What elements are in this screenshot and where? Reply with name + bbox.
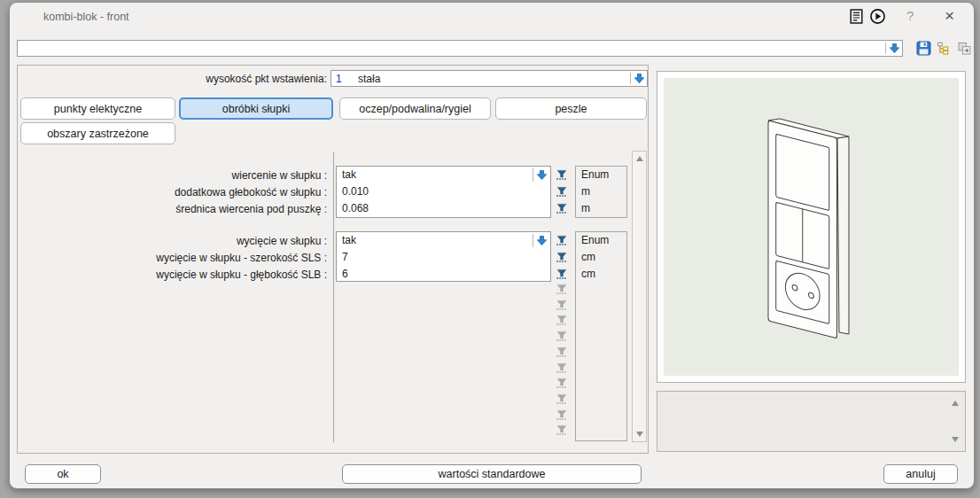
- scroll-up-icon[interactable]: [633, 152, 646, 166]
- formula-funnel-icon-disabled: [556, 330, 568, 342]
- tab-obrobki-slupki[interactable]: obróbki słupki: [179, 97, 333, 120]
- ok-button[interactable]: ok: [25, 464, 101, 484]
- field-unit: Enum: [576, 232, 626, 249]
- cancel-button[interactable]: anuluj: [883, 464, 958, 484]
- formula-funnel-icon-disabled: [556, 362, 568, 374]
- reference-input-wrap: [17, 40, 903, 57]
- scroll-down-icon[interactable]: [948, 432, 961, 447]
- run-icon[interactable]: [869, 8, 886, 25]
- scroll-up-icon[interactable]: [948, 396, 961, 410]
- save-icon[interactable]: [916, 41, 931, 56]
- insertion-height-select[interactable]: 1 stała: [331, 70, 648, 87]
- transfer-icon[interactable]: [957, 41, 972, 56]
- formula-funnel-icon-disabled: [556, 346, 568, 358]
- field-label: wycięcie w słupku :: [61, 233, 327, 250]
- formula-funnel-icon-disabled: [556, 299, 568, 311]
- dropdown-icon[interactable]: [634, 73, 645, 84]
- formula-funnel-icon[interactable]: [556, 268, 568, 280]
- dialog-window: kombi-blok - front ? × wysokość pkt wsta…: [9, 2, 975, 489]
- reference-input[interactable]: [18, 41, 889, 56]
- group2-values: tak 7 6: [336, 231, 551, 282]
- insertion-height-value: stała: [358, 73, 380, 85]
- insertion-height-index: 1: [336, 73, 342, 85]
- field-label: wycięcie w słupku - szerokość SLS :: [61, 250, 327, 267]
- standard-values-button[interactable]: wartości standardowe: [342, 464, 642, 484]
- field-value-srednica[interactable]: 0.068: [337, 200, 550, 217]
- field-label: wycięcie w słupku - głębokość SLB :: [61, 267, 327, 284]
- tab-peszle[interactable]: peszle: [495, 97, 647, 120]
- group1-units: Enum m m: [575, 166, 627, 218]
- field-value-szerokosc-sls[interactable]: 7: [337, 249, 550, 266]
- field-value-wyciecie[interactable]: tak: [337, 232, 550, 249]
- dropdown-icon[interactable]: [536, 169, 548, 181]
- group1-values: tak 0.010 0.068: [336, 166, 551, 218]
- field-value-text: 0.010: [342, 185, 369, 198]
- divider: [333, 152, 334, 442]
- field-unit: cm: [576, 266, 626, 283]
- divider: [630, 73, 631, 84]
- insertion-height-label: wysokość pkt wstawienia:: [148, 73, 327, 85]
- field-unit: cm: [576, 249, 626, 266]
- tab-obszary-zastrzezone[interactable]: obszary zastrzeżone: [20, 122, 175, 144]
- field-value-text: 6: [342, 268, 348, 280]
- combi-block-drawing: [664, 78, 959, 376]
- formula-funnel-icon-disabled: [556, 409, 568, 421]
- window-title: kombi-blok - front: [43, 11, 129, 23]
- formula-funnel-icon[interactable]: [556, 168, 568, 181]
- divider: [885, 43, 886, 54]
- field-value-text: 7: [342, 251, 348, 263]
- field-label: wiercenie w słupku :: [61, 167, 327, 184]
- field-value-wiercenie[interactable]: tak: [337, 167, 550, 183]
- scroll-down-icon[interactable]: [633, 427, 646, 441]
- help-icon[interactable]: ?: [906, 8, 914, 23]
- preview-canvas: [664, 78, 959, 376]
- formula-funnel-icon[interactable]: [556, 234, 568, 246]
- tab-oczep-podwalina-rygiel[interactable]: oczep/podwalina/rygiel: [339, 97, 491, 120]
- formula-funnel-icon-disabled: [556, 314, 568, 326]
- formula-funnel-icon-disabled: [556, 393, 568, 405]
- field-unit: Enum: [576, 167, 626, 183]
- tree-icon[interactable]: [937, 41, 952, 56]
- formula-funnel-icon[interactable]: [556, 185, 568, 198]
- tab-punkty-elektyczne[interactable]: punkty elektyczne: [20, 97, 175, 120]
- dropdown-icon[interactable]: [889, 43, 900, 54]
- formula-funnel-icon[interactable]: [556, 202, 568, 214]
- field-value-text: tak: [342, 168, 356, 181]
- divider: [533, 234, 533, 247]
- form-scrollbar[interactable]: [632, 151, 647, 442]
- field-value-dodatkowa-glebokosc[interactable]: 0.010: [337, 183, 550, 200]
- group2-units: Enum cm cm: [575, 231, 627, 441]
- formula-funnel-icon-disabled: [556, 283, 568, 295]
- field-value-glebokosc-slb[interactable]: 6: [337, 266, 550, 283]
- field-value-text: 0.068: [342, 202, 369, 214]
- field-label: średnica wiercenia pod puszkę :: [61, 201, 327, 218]
- close-icon[interactable]: ×: [945, 7, 954, 24]
- field-value-text: tak: [342, 234, 356, 246]
- field-unit: m: [576, 200, 626, 217]
- field-label: dodatkowa głebokość w słupku :: [61, 184, 327, 201]
- dropdown-icon[interactable]: [536, 235, 548, 246]
- formula-funnel-icon[interactable]: [556, 251, 568, 263]
- info-panel: [657, 391, 966, 452]
- divider: [533, 168, 533, 182]
- formula-funnel-icon-disabled: [556, 424, 568, 436]
- preview-panel: [657, 71, 966, 383]
- formula-funnel-icon-disabled: [556, 377, 568, 389]
- field-unit: m: [576, 183, 626, 200]
- notes-icon[interactable]: [848, 8, 865, 25]
